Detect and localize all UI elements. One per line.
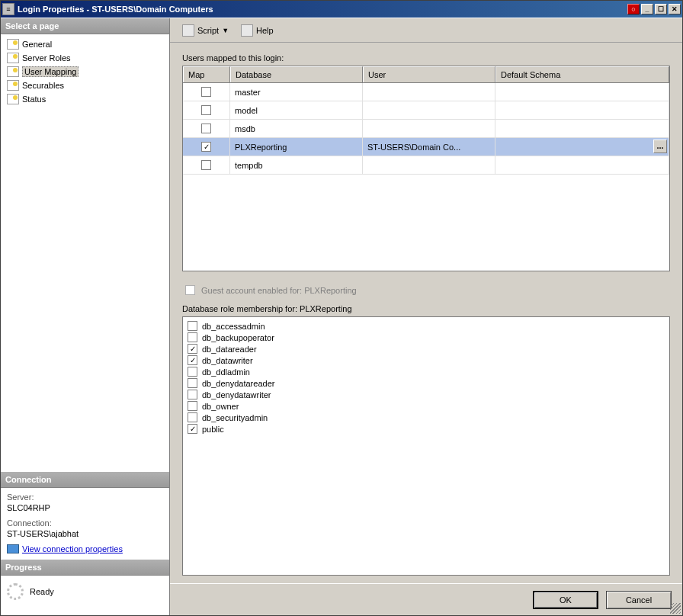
guest-label: Guest account enabled for: PLXReporting xyxy=(201,286,357,295)
table-row[interactable]: model xyxy=(183,101,669,120)
script-icon xyxy=(182,24,194,37)
role-item[interactable]: db_denydatareader xyxy=(188,377,665,389)
sidebar-item-general[interactable]: General xyxy=(4,37,166,51)
role-name: public xyxy=(202,425,224,434)
role-checkbox[interactable] xyxy=(188,401,197,411)
database-cell: master xyxy=(230,83,363,101)
role-checkbox[interactable] xyxy=(188,424,197,434)
sidebar-item-user-mapping[interactable]: User Mapping xyxy=(4,65,166,79)
cancel-button[interactable]: Cancel xyxy=(606,591,672,609)
page-icon xyxy=(7,53,19,63)
role-item[interactable]: db_datareader xyxy=(188,343,665,355)
main-panel: Script ▼ Help Users mapped to this login… xyxy=(170,18,682,615)
connection-block: Server: SLC04RHP Connection: ST-USERS\aj… xyxy=(1,488,169,560)
page-icon xyxy=(7,39,19,50)
titlebar[interactable]: ≡ Login Properties - ST-USERS\Domain Com… xyxy=(1,1,682,18)
script-button[interactable]: Script ▼ xyxy=(178,23,233,38)
col-user-header[interactable]: User xyxy=(363,66,495,82)
help-button[interactable]: Help xyxy=(236,23,278,38)
monitor-icon xyxy=(7,544,19,553)
map-checkbox[interactable] xyxy=(201,87,211,97)
users-mapped-label: Users mapped to this login: xyxy=(182,53,670,63)
connection-label: Connection: xyxy=(7,518,163,528)
user-cell xyxy=(363,120,495,137)
window-title: Login Properties - ST-USERS\Domain Compu… xyxy=(18,5,627,14)
role-name: db_securityadmin xyxy=(202,413,268,422)
role-name: db_denydatareader xyxy=(202,379,274,388)
schema-cell xyxy=(495,120,669,137)
grid-header: Map Database User Default Schema xyxy=(183,66,669,83)
maximize-button[interactable]: ☐ xyxy=(655,4,667,14)
roles-label: Database role membership for: PLXReporti… xyxy=(182,304,670,313)
view-connection-properties-link[interactable]: View connection properties xyxy=(7,544,123,553)
role-name: db_ddladmin xyxy=(202,367,250,377)
table-row[interactable]: PLXReportingST-USERS\Domain Co...... xyxy=(183,138,669,156)
server-value: SLC04RHP xyxy=(7,503,163,512)
table-row[interactable]: master xyxy=(183,83,669,101)
role-item[interactable]: db_backupoperator xyxy=(188,332,665,343)
role-checkbox[interactable] xyxy=(188,344,197,354)
role-checkbox[interactable] xyxy=(188,355,197,365)
system-menu-button[interactable]: ○ xyxy=(627,4,640,14)
map-checkbox[interactable] xyxy=(201,142,211,152)
role-name: db_datareader xyxy=(202,345,257,354)
role-item[interactable]: db_ddladmin xyxy=(188,366,665,377)
progress-status: Ready xyxy=(30,587,54,596)
resize-grip[interactable] xyxy=(670,603,681,614)
role-item[interactable]: db_datawriter xyxy=(188,355,665,366)
database-cell: msdb xyxy=(230,120,363,137)
map-checkbox[interactable] xyxy=(201,124,211,133)
table-row[interactable]: tempdb xyxy=(183,156,669,175)
col-database-header[interactable]: Database xyxy=(230,66,363,82)
database-cell: tempdb xyxy=(230,156,363,174)
help-icon xyxy=(241,24,253,37)
guest-account-row: Guest account enabled for: PLXReporting xyxy=(185,285,670,295)
database-cell: PLXReporting xyxy=(230,138,363,156)
select-page-header: Select a page xyxy=(1,18,169,34)
connection-value: ST-USERS\ajabhat xyxy=(7,529,163,538)
login-properties-window: ≡ Login Properties - ST-USERS\Domain Com… xyxy=(0,0,683,616)
role-checkbox[interactable] xyxy=(188,321,197,331)
role-item[interactable]: db_securityadmin xyxy=(188,412,665,423)
guest-checkbox xyxy=(185,285,195,295)
role-item[interactable]: db_denydatawriter xyxy=(188,389,665,400)
progress-spinner-icon xyxy=(7,583,24,600)
chevron-down-icon: ▼ xyxy=(222,27,229,34)
role-checkbox[interactable] xyxy=(188,367,197,377)
table-row[interactable]: msdb xyxy=(183,120,669,138)
role-item[interactable]: db_accessadmin xyxy=(188,320,665,332)
role-name: db_datawriter xyxy=(202,356,253,365)
server-label: Server: xyxy=(7,492,163,502)
col-map-header[interactable]: Map xyxy=(183,66,230,82)
schema-browse-button[interactable]: ... xyxy=(653,140,667,153)
schema-cell xyxy=(495,83,669,101)
map-checkbox[interactable] xyxy=(201,160,211,170)
role-checkbox[interactable] xyxy=(188,332,197,342)
user-cell xyxy=(363,156,495,174)
role-name: db_owner xyxy=(202,402,239,411)
role-name: db_accessadmin xyxy=(202,322,265,331)
sidebar-item-securables[interactable]: Securables xyxy=(4,79,166,92)
close-button[interactable]: ✕ xyxy=(669,4,681,14)
database-cell: model xyxy=(230,101,363,119)
window-icon: ≡ xyxy=(2,3,14,15)
sidebar-item-server-roles[interactable]: Server Roles xyxy=(4,51,166,65)
minimize-button[interactable]: _ xyxy=(641,4,653,14)
progress-block: Ready xyxy=(1,576,169,615)
role-item[interactable]: public xyxy=(188,423,665,435)
role-checkbox[interactable] xyxy=(188,390,197,399)
role-item[interactable]: db_owner xyxy=(188,400,665,412)
page-list: General Server Roles User Mapping Secura… xyxy=(1,34,169,109)
col-schema-header[interactable]: Default Schema xyxy=(495,66,669,82)
ok-button[interactable]: OK xyxy=(533,591,598,609)
page-icon xyxy=(7,66,19,77)
role-checkbox[interactable] xyxy=(188,378,197,388)
map-checkbox[interactable] xyxy=(201,105,211,115)
progress-header: Progress xyxy=(1,560,169,576)
page-icon xyxy=(7,80,19,91)
sidebar-item-status[interactable]: Status xyxy=(4,92,166,106)
page-icon xyxy=(7,94,19,104)
role-checkbox[interactable] xyxy=(188,412,197,422)
user-cell: ST-USERS\Domain Co... xyxy=(363,138,495,156)
roles-list: db_accessadmindb_backupoperatordb_datare… xyxy=(182,316,670,576)
